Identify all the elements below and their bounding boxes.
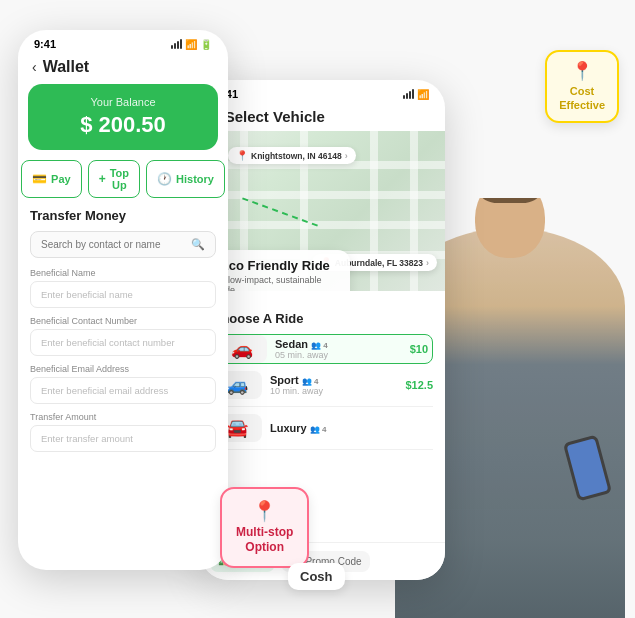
status-bar-phone1: 9:41 📶 🔋 xyxy=(18,30,228,54)
topup-label: Top Up xyxy=(110,167,129,191)
form-group-email: Beneficial Email Address Enter beneficia… xyxy=(30,364,216,404)
form-group-name: Beneficial Name Enter beneficial name xyxy=(30,268,216,308)
topup-button[interactable]: + Top Up xyxy=(88,160,140,198)
person-hair xyxy=(480,198,540,203)
pay-label: Pay xyxy=(51,173,71,185)
dropoff-chevron: › xyxy=(426,258,429,268)
form-group-contact: Beneficial Contact Number Enter benefici… xyxy=(30,316,216,356)
ride-sedan[interactable]: 🚗 Sedan 👥 4 05 min. away $10 xyxy=(212,334,433,364)
action-buttons: 💳 Pay + Top Up 🕐 History xyxy=(18,160,228,208)
sport-info: Sport 👥 4 10 min. away xyxy=(270,374,397,396)
history-icon: 🕐 xyxy=(157,172,172,186)
form-group-amount: Transfer Amount Enter transfer amount xyxy=(30,412,216,452)
choose-section: Choose A Ride 🚗 Sedan 👥 4 05 min. away $… xyxy=(200,291,445,458)
sedan-info: Sedan 👥 4 05 min. away xyxy=(275,338,402,360)
transfer-title: Transfer Money xyxy=(30,208,216,223)
battery-icon: 🔋 xyxy=(200,39,212,50)
road3 xyxy=(200,221,445,229)
field-label-email: Beneficial Email Address xyxy=(30,364,216,374)
wifi2-icon: 📶 xyxy=(417,89,429,100)
vehicle-header: ‹ Select Vehicle xyxy=(200,104,445,131)
sport-price: $12.5 xyxy=(405,379,433,391)
status-icons-phone2: 📶 xyxy=(403,89,429,100)
eco-bubble: Eco Friendly Ride A low-impact, sustaina… xyxy=(210,250,350,291)
transfer-section: Transfer Money 🔍 Beneficial Name Enter b… xyxy=(18,208,228,452)
back-button[interactable]: ‹ xyxy=(32,59,37,75)
sport-name: Sport 👥 4 xyxy=(270,374,397,386)
vehicle-title: Select Vehicle xyxy=(225,108,325,125)
search-box[interactable]: 🔍 xyxy=(30,231,216,258)
time-phone1: 9:41 xyxy=(34,38,56,50)
status-icons-phone1: 📶 🔋 xyxy=(171,39,212,50)
multistop-pin-icon: 📍 xyxy=(236,499,293,523)
pickup-label: 📍 Knightstown, IN 46148 › xyxy=(228,147,356,164)
pickup-chevron: › xyxy=(345,151,348,161)
field-label-amount: Transfer Amount xyxy=(30,412,216,422)
road2 xyxy=(200,191,445,199)
history-button[interactable]: 🕐 History xyxy=(146,160,225,198)
scene: 9:41 📶 🔋 ‹ Wallet Your Balance $ 200.50 xyxy=(0,0,635,618)
sedan-people-icon: 👥 4 xyxy=(311,341,328,350)
luxury-info: Luxury 👥 4 xyxy=(270,422,433,434)
eco-title: Eco Friendly Ride xyxy=(220,258,340,273)
field-label-name: Beneficial Name xyxy=(30,268,216,278)
history-label: History xyxy=(176,173,214,185)
cost-badge-text: Cost Effective xyxy=(559,84,605,113)
field-input-amount[interactable]: Enter transfer amount xyxy=(30,425,216,452)
status-bar-phone2: 9:41 📶 xyxy=(200,80,445,104)
phone1-wallet: 9:41 📶 🔋 ‹ Wallet Your Balance $ 200.50 xyxy=(18,30,228,570)
cost-effective-badge: 📍 Cost Effective xyxy=(545,50,619,123)
choose-title: Choose A Ride xyxy=(212,311,433,326)
search-input[interactable] xyxy=(41,239,191,250)
sport-time: 10 min. away xyxy=(270,386,397,396)
cosh-text: Cosh xyxy=(300,569,333,584)
field-input-name[interactable]: Enter beneficial name xyxy=(30,281,216,308)
ride-luxury[interactable]: 🚘 Luxury 👥 4 xyxy=(212,407,433,450)
search-icon: 🔍 xyxy=(191,238,205,251)
signal2-icon xyxy=(403,89,414,99)
phone-screen xyxy=(567,438,609,498)
ride-sport[interactable]: 🚙 Sport 👥 4 10 min. away $12.5 xyxy=(212,364,433,407)
wallet-header: ‹ Wallet xyxy=(18,54,228,84)
balance-amount: $ 200.50 xyxy=(42,112,204,138)
balance-card: Your Balance $ 200.50 xyxy=(28,84,218,150)
field-label-contact: Beneficial Contact Number xyxy=(30,316,216,326)
field-input-contact[interactable]: Enter beneficial contact number xyxy=(30,329,216,356)
sedan-time: 05 min. away xyxy=(275,350,402,360)
multistop-badge-text: Multi-stop Option xyxy=(236,525,293,556)
sport-people-icon: 👥 4 xyxy=(302,377,319,386)
cost-pin-icon: 📍 xyxy=(559,60,605,82)
balance-label: Your Balance xyxy=(42,96,204,108)
luxury-name: Luxury 👥 4 xyxy=(270,422,433,434)
pay-button[interactable]: 💳 Pay xyxy=(21,160,82,198)
signal-icon xyxy=(171,39,182,49)
cosh-badge: Cosh xyxy=(288,563,345,590)
pickup-pin-icon: 📍 xyxy=(236,150,248,161)
plus-icon: + xyxy=(99,172,106,186)
multistop-badge: 📍 Multi-stop Option xyxy=(220,487,309,568)
sedan-price: $10 xyxy=(410,343,428,355)
sedan-name: Sedan 👥 4 xyxy=(275,338,402,350)
field-input-email[interactable]: Enter beneficial email address xyxy=(30,377,216,404)
luxury-people-icon: 👥 4 xyxy=(310,425,327,434)
map-area: 📍 Knightstown, IN 46148 › 📍 Auburndale, … xyxy=(200,131,445,291)
pickup-text: Knightstown, IN 46148 xyxy=(251,151,342,161)
person-head xyxy=(475,198,545,258)
phone-in-hand xyxy=(563,434,612,501)
wallet-title: Wallet xyxy=(43,58,90,76)
pay-icon: 💳 xyxy=(32,172,47,186)
eco-subtitle: A low-impact, sustainable ride. xyxy=(220,275,340,291)
wifi-icon: 📶 xyxy=(185,39,197,50)
